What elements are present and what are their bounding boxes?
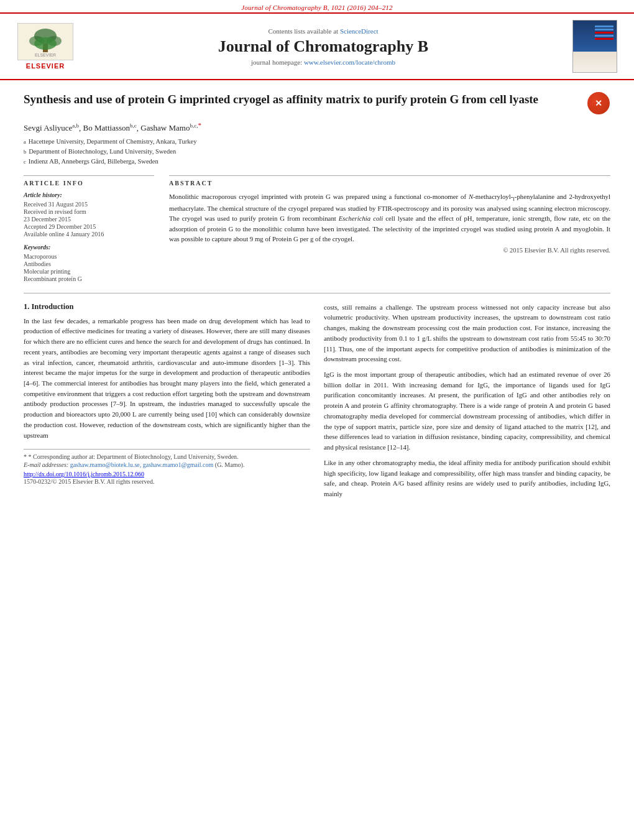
info-abstract-section: ARTICLE INFO Article history: Received 3… xyxy=(24,175,610,283)
journal-homepage: journal homepage: www.elsevier.com/locat… xyxy=(91,58,556,66)
body-two-col: 1. Introduction In the last few decades,… xyxy=(24,302,610,504)
abstract-heading: ABSTRACT xyxy=(169,180,610,187)
affil-sup-b: b xyxy=(24,148,26,157)
corresponding-footnote: * * Corresponding author at: Department … xyxy=(24,453,310,460)
author-3: Gashaw Mamob,c,* xyxy=(140,123,201,132)
intro-heading: 1. Introduction xyxy=(24,302,310,312)
keywords-section: Keywords: Macroporous Antibodies Molecul… xyxy=(24,244,154,282)
journal-citation: Journal of Chromatography B, 1021 (2016)… xyxy=(241,4,393,11)
journal-bar: Journal of Chromatography B, 1021 (2016)… xyxy=(0,0,634,12)
affil-text-b: Department of Biotechnology, Lund Univer… xyxy=(29,147,176,157)
header-center: Contents lists available at ScienceDirec… xyxy=(91,27,556,66)
affiliation-a: a Hacettepe University, Department of Ch… xyxy=(24,137,610,147)
homepage-link[interactable]: www.elsevier.com/locate/chromb xyxy=(304,58,395,66)
received-date: Received 31 August 2015 xyxy=(24,201,154,208)
svg-point-5 xyxy=(34,37,57,50)
accepted-date: Accepted 29 December 2015 xyxy=(24,223,154,230)
keyword-1: Macroporous xyxy=(24,253,154,260)
intro-para-1: In the last few decades, a remarkable pr… xyxy=(24,316,310,441)
affiliation-c: c Indienz AB, Annebergs Gård, Billeberga… xyxy=(24,157,610,167)
keyword-2: Antibodies xyxy=(24,261,154,267)
cover-line-1 xyxy=(595,25,613,27)
affiliations: a Hacettepe University, Department of Ch… xyxy=(24,137,610,166)
affil-text-c: Indienz AB, Annebergs Gård, Billeberga, … xyxy=(29,157,158,167)
doi-link[interactable]: http://dx.doi.org/10.1016/j.jchromb.2015… xyxy=(24,471,144,478)
cover-line-4 xyxy=(595,35,613,37)
authors-line: Sevgi Asliyucea,b, Bo Mattiassonb,c, Gas… xyxy=(24,121,610,133)
article-info-col: ARTICLE INFO Article history: Received 3… xyxy=(24,175,154,283)
journal-title: Journal of Chromatography B xyxy=(91,37,556,56)
article-title-row: Synthesis and use of protein G imprinted… xyxy=(24,91,610,115)
crossmark-badge: ✕ xyxy=(587,91,610,115)
right-para-1: costs, still remains a challenge. The up… xyxy=(324,302,610,364)
abstract-text: Monolithic macroporous cryogel imprinted… xyxy=(169,192,610,244)
cover-line-2 xyxy=(595,29,613,30)
body-right-col: costs, still remains a challenge. The up… xyxy=(324,302,610,504)
email-label: E-mail addresses: xyxy=(24,461,68,468)
article-content: Synthesis and use of protein G imprinted… xyxy=(0,80,634,515)
footnote-section: * * Corresponding author at: Department … xyxy=(24,449,310,485)
doi-row: http://dx.doi.org/10.1016/j.jchromb.2015… xyxy=(24,471,310,478)
email-link[interactable]: gashaw.mamo@biotek.lu.se, gashaw.mamo1@g… xyxy=(70,461,214,468)
cover-line-5 xyxy=(595,38,613,40)
revised-date: 23 December 2015 xyxy=(24,216,154,223)
contents-line: Contents lists available at ScienceDirec… xyxy=(91,27,556,35)
keywords-label: Keywords: xyxy=(24,244,154,251)
footnote-star: * xyxy=(24,453,27,460)
email-footnote: E-mail addresses: gashaw.mamo@biotek.lu.… xyxy=(24,461,310,468)
svg-text:ELSEVIER: ELSEVIER xyxy=(35,53,56,57)
right-para-3: Like in any other chromatography media, … xyxy=(324,458,610,499)
body-left-col: 1. Introduction In the last few decades,… xyxy=(24,302,310,504)
affil-sup-a: a xyxy=(24,138,26,147)
revised-label: Received in revised form xyxy=(24,208,154,215)
email-note: (G. Mamo). xyxy=(215,461,245,468)
article-info-heading: ARTICLE INFO xyxy=(24,180,154,187)
journal-cover-image xyxy=(572,20,617,73)
abstract-col: ABSTRACT Monolithic macroporous cryogel … xyxy=(169,175,610,283)
crossmark-icon: ✕ xyxy=(587,92,610,114)
journal-cover xyxy=(567,20,623,73)
abstract-copyright: © 2015 Elsevier B.V. All rights reserved… xyxy=(169,247,610,254)
author-2: Bo Mattiassonb,c xyxy=(83,123,137,132)
footnote-corresponding-text: * Corresponding author at: Department of… xyxy=(29,453,239,460)
article-title-text: Synthesis and use of protein G imprinted… xyxy=(24,91,587,108)
affil-text-a: Hacettepe University, Department of Chem… xyxy=(29,137,197,147)
available-date: Available online 4 January 2016 xyxy=(24,231,154,238)
cover-line-3 xyxy=(595,32,613,34)
section-divider xyxy=(24,293,610,293)
affiliation-b: b Department of Biotechnology, Lund Univ… xyxy=(24,147,610,157)
sciencedirect-link[interactable]: ScienceDirect xyxy=(340,27,379,35)
author-1: Sevgi Asliyucea,b xyxy=(24,123,79,132)
header-section: ELSEVIER ELSEVIER Contents lists availab… xyxy=(0,12,634,80)
keyword-4: Recombinant protein G xyxy=(24,275,154,282)
history-label: Article history: xyxy=(24,192,154,198)
cover-decoration xyxy=(595,25,613,40)
elsevier-logo-img: ELSEVIER xyxy=(17,23,73,60)
right-para-2: IgG is the most important group of thera… xyxy=(324,369,610,453)
elsevier-label: ELSEVIER xyxy=(26,62,65,70)
affil-sup-c: c xyxy=(24,158,26,167)
keyword-3: Molecular printing xyxy=(24,268,154,275)
page: Journal of Chromatography B, 1021 (2016)… xyxy=(0,0,634,515)
publisher-logo: ELSEVIER ELSEVIER xyxy=(11,23,80,70)
copyright-row: 1570-0232/© 2015 Elsevier B.V. All right… xyxy=(24,478,310,485)
